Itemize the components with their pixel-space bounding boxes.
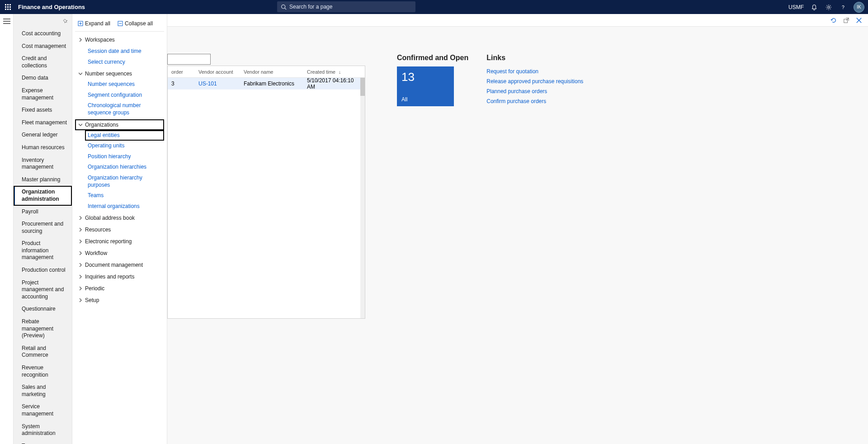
module-item[interactable]: Credit and collections	[14, 52, 72, 72]
col-order[interactable]: order	[168, 69, 195, 75]
col-vendor-account[interactable]: Vendor account	[195, 69, 240, 75]
group-electronic-reporting[interactable]: Electronic reporting	[75, 236, 164, 247]
tile-section-title: Confirmed and Open	[397, 54, 468, 62]
cell-vendor-name: Fabrikam Electronics	[240, 80, 303, 87]
link-release-requisitions[interactable]: Release approved purchase requisitions	[486, 76, 583, 86]
group-label: Resources	[85, 227, 111, 233]
group-label: Global address book	[85, 215, 135, 221]
search-placeholder: Search for a page	[289, 4, 332, 10]
module-item[interactable]: Inventory management	[14, 154, 72, 174]
group-inquiries-reports[interactable]: Inquiries and reports	[75, 271, 164, 282]
settings-gear-icon[interactable]	[825, 3, 833, 11]
expand-icon	[78, 21, 83, 26]
module-item[interactable]: Tax	[14, 440, 72, 444]
popout-icon[interactable]	[843, 17, 850, 24]
search-input[interactable]: Search for a page	[277, 1, 415, 12]
svg-rect-5	[9, 6, 11, 8]
group-workspaces[interactable]: Workspaces	[75, 34, 164, 45]
module-item[interactable]: Project management and accounting	[14, 277, 72, 303]
hamburger-icon[interactable]	[3, 19, 10, 24]
link-request-quotation[interactable]: Request for quotation	[486, 66, 583, 76]
col-created-time[interactable]: Created time ↓	[303, 69, 362, 75]
link-chrono-groups[interactable]: Chronological number sequence groups	[85, 100, 164, 118]
module-item[interactable]: Demo data	[14, 72, 72, 85]
expand-all-button[interactable]: Expand all	[78, 20, 110, 27]
group-setup[interactable]: Setup	[75, 295, 164, 306]
waffle-icon[interactable]	[0, 4, 16, 10]
group-number-sequences[interactable]: Number sequences	[75, 68, 164, 79]
link-planned-orders[interactable]: Planned purchase orders	[486, 86, 583, 96]
col-vendor-name[interactable]: Vendor name	[240, 69, 303, 75]
links-section: Links Request for quotation Release appr…	[486, 54, 583, 319]
module-item[interactable]: Revenue recognition	[14, 362, 72, 381]
module-item[interactable]: Human resources	[14, 142, 72, 154]
group-global-address-book[interactable]: Global address book	[75, 213, 164, 223]
app-title: Finance and Operations	[16, 4, 85, 10]
pin-icon[interactable]	[63, 19, 68, 24]
cell-vendor-account[interactable]: US-101	[195, 80, 240, 87]
chevron-right-icon	[78, 216, 83, 220]
module-item[interactable]: Cost management	[14, 40, 72, 53]
tile-confirmed-open[interactable]: 13 All	[397, 66, 454, 106]
link-internal-orgs[interactable]: Internal organizations	[85, 201, 164, 212]
module-item[interactable]: System administration	[14, 420, 72, 440]
svg-rect-8	[9, 9, 11, 10]
link-confirm-orders[interactable]: Confirm purchase orders	[486, 96, 583, 106]
module-item[interactable]: Fleet management	[14, 117, 72, 129]
collapse-icon	[118, 21, 123, 26]
group-periodic[interactable]: Periodic	[75, 283, 164, 294]
link-operating-units[interactable]: Operating units	[85, 141, 164, 151]
module-panel: Cost accountingCost managementCredit and…	[14, 14, 72, 444]
link-position-hierarchy[interactable]: Position hierarchy	[85, 151, 164, 162]
group-document-management[interactable]: Document management	[75, 260, 164, 270]
module-item[interactable]: Production control	[14, 264, 72, 277]
link-number-sequences[interactable]: Number sequences	[85, 79, 164, 90]
link-teams[interactable]: Teams	[85, 190, 164, 201]
module-item[interactable]: Retail and Commerce	[14, 342, 72, 362]
module-item[interactable]: Payroll	[14, 206, 72, 218]
link-org-hierarchy-purposes[interactable]: Organization hierarchy purposes	[85, 173, 164, 190]
group-label: Number sequences	[85, 71, 132, 77]
link-org-hierarchies[interactable]: Organization hierarchies	[85, 162, 164, 173]
chevron-right-icon	[78, 298, 83, 302]
group-organizations[interactable]: Organizations	[75, 119, 164, 130]
tile-section: Confirmed and Open 13 All	[397, 54, 468, 319]
refresh-icon[interactable]	[830, 17, 837, 24]
group-label: Workspaces	[85, 37, 115, 43]
grid-scrollbar[interactable]	[360, 78, 365, 318]
grid-filter-input[interactable]	[167, 54, 211, 65]
module-item[interactable]: Expense management	[14, 85, 72, 104]
company-label[interactable]: USMF	[788, 4, 804, 10]
svg-point-9	[282, 5, 285, 8]
module-item[interactable]: General ledger	[14, 129, 72, 142]
links-section-title: Links	[486, 54, 583, 62]
module-item[interactable]: Rebate management (Preview)	[14, 316, 72, 342]
module-item[interactable]: Questionnaire	[14, 303, 72, 316]
link-legal-entities[interactable]: Legal entities	[85, 130, 164, 141]
module-item[interactable]: Sales and marketing	[14, 381, 72, 401]
module-item[interactable]: Service management	[14, 401, 72, 420]
grid-row[interactable]: 3 US-101 Fabrikam Electronics 5/10/2017 …	[168, 78, 365, 90]
module-item[interactable]: Procurement and sourcing	[14, 218, 72, 237]
chevron-right-icon	[78, 287, 83, 290]
close-icon[interactable]	[855, 17, 863, 24]
svg-rect-3	[5, 6, 6, 8]
svg-rect-1	[7, 4, 9, 5]
link-segment-config[interactable]: Segment configuration	[85, 90, 164, 101]
help-icon[interactable]: ?	[839, 3, 847, 11]
module-item[interactable]: Fixed assets	[14, 104, 72, 117]
content-area: order Vendor account Vendor name Created…	[167, 14, 868, 444]
link-select-currency[interactable]: Select currency	[85, 57, 164, 68]
chevron-down-icon	[78, 72, 83, 76]
link-session-date[interactable]: Session date and time	[85, 46, 164, 57]
notifications-icon[interactable]	[810, 3, 818, 11]
module-item[interactable]: Master planning	[14, 174, 72, 186]
group-workflow[interactable]: Workflow	[75, 248, 164, 259]
user-avatar[interactable]: IK	[854, 2, 864, 13]
module-item[interactable]: Cost accounting	[14, 28, 72, 40]
module-item[interactable]: Product information management	[14, 237, 72, 264]
nav-gutter	[0, 14, 14, 444]
collapse-all-button[interactable]: Collapse all	[118, 20, 153, 27]
module-item[interactable]: Organization administration	[14, 186, 72, 205]
group-resources[interactable]: Resources	[75, 224, 164, 235]
